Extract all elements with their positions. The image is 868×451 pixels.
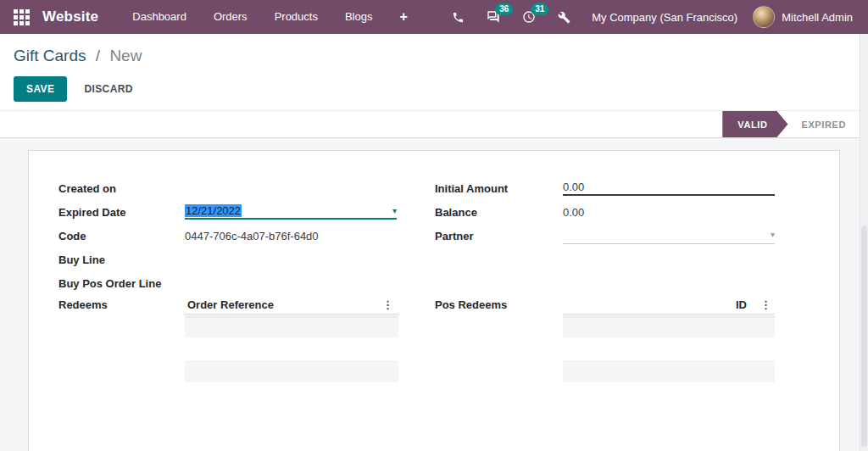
field-code: Code 0447-706c-4a07-b76f-64d0 bbox=[58, 224, 435, 248]
activities-clock-icon[interactable]: 31 bbox=[522, 10, 536, 24]
expired-date-label: Expired Date bbox=[58, 206, 185, 219]
field-balance: Balance 0.00 bbox=[435, 200, 777, 224]
optional-columns-kebab-icon[interactable]: ⋮ bbox=[760, 299, 771, 310]
nav-item-dashboard[interactable]: Dashboard bbox=[119, 0, 200, 34]
partner-dropdown-caret-icon[interactable]: ▾ bbox=[771, 231, 775, 239]
pos-redeems-row-placeholder bbox=[563, 315, 775, 337]
field-redeems: Redeems Order Reference ⋮ bbox=[58, 295, 435, 382]
field-buy-pos-order-line: Buy Pos Order Line bbox=[58, 271, 435, 295]
nav-item-blogs[interactable]: Blogs bbox=[331, 0, 387, 34]
initial-amount-input[interactable]: 0.00 bbox=[563, 181, 775, 196]
field-expired-date: Expired Date 12/21/2022 ▾ bbox=[58, 200, 435, 224]
redeems-label: Redeems bbox=[58, 295, 185, 315]
pos-redeems-table: ID ⋮ bbox=[563, 295, 775, 382]
status-valid[interactable]: VALID bbox=[722, 111, 787, 137]
balance-value: 0.00 bbox=[563, 206, 775, 219]
messages-badge: 36 bbox=[495, 3, 513, 15]
created-on-label: Created on bbox=[58, 182, 185, 195]
breadcrumb-current: New bbox=[109, 47, 142, 64]
save-button[interactable]: SAVE bbox=[14, 76, 67, 102]
balance-label: Balance bbox=[435, 206, 563, 219]
order-reference-column-header[interactable]: Order Reference bbox=[187, 298, 274, 311]
vertical-scrollbar[interactable] bbox=[860, 34, 868, 451]
expired-date-value: 12/21/2022 bbox=[185, 204, 242, 217]
form-view-background: Created on Expired Date 12/21/2022 ▾ Cod… bbox=[0, 138, 868, 451]
tools-wrench-icon[interactable] bbox=[558, 11, 570, 24]
buy-line-label: Buy Line bbox=[58, 253, 185, 266]
pos-redeems-label: Pos Redeems bbox=[435, 295, 563, 315]
phone-icon[interactable] bbox=[452, 11, 465, 24]
control-panel: Gift Cards / New SAVE DISCARD bbox=[0, 34, 868, 110]
partner-label: Partner bbox=[435, 230, 563, 242]
field-initial-amount: Initial Amount 0.00 bbox=[435, 176, 777, 200]
user-menu[interactable]: Mitchell Admin bbox=[782, 11, 853, 24]
redeems-row-placeholder bbox=[185, 360, 398, 382]
pos-redeems-row-gap bbox=[563, 337, 775, 359]
initial-amount-label: Initial Amount bbox=[435, 182, 563, 195]
new-content-plus-icon[interactable]: + bbox=[386, 9, 420, 25]
activities-badge: 31 bbox=[531, 3, 548, 15]
user-avatar[interactable] bbox=[753, 6, 775, 28]
field-pos-redeems: Pos Redeems ID ⋮ bbox=[435, 295, 777, 382]
breadcrumb-gift-cards[interactable]: Gift Cards bbox=[14, 47, 86, 64]
pos-redeems-row-placeholder bbox=[563, 360, 775, 382]
action-buttons: SAVE DISCARD bbox=[14, 76, 854, 102]
buy-pos-order-line-label: Buy Pos Order Line bbox=[58, 277, 185, 290]
discard-button[interactable]: DISCARD bbox=[84, 83, 132, 95]
pos-redeems-table-header: ID ⋮ bbox=[563, 295, 775, 315]
scrollbar-thumb[interactable] bbox=[861, 226, 867, 447]
status-expired[interactable]: EXPIRED bbox=[788, 111, 859, 137]
redeems-row-placeholder bbox=[185, 315, 398, 337]
field-partner: Partner ▾ bbox=[435, 224, 777, 248]
redeems-row-gap bbox=[185, 337, 398, 359]
field-created-on: Created on bbox=[58, 176, 435, 200]
top-navbar: Website Dashboard Orders Products Blogs … bbox=[0, 0, 868, 34]
company-switcher[interactable]: My Company (San Francisco) bbox=[592, 11, 737, 24]
app-brand[interactable]: Website bbox=[42, 8, 98, 25]
field-buy-line: Buy Line bbox=[58, 248, 435, 271]
apps-grid-icon[interactable] bbox=[14, 9, 30, 25]
redeems-table-header: Order Reference ⋮ bbox=[185, 295, 398, 315]
breadcrumb-separator: / bbox=[96, 47, 100, 64]
messages-icon[interactable]: 36 bbox=[487, 10, 500, 24]
redeems-table: Order Reference ⋮ bbox=[185, 295, 398, 382]
code-value: 0447-706c-4a07-b76f-64d0 bbox=[185, 230, 397, 242]
breadcrumb: Gift Cards / New bbox=[14, 46, 854, 66]
expired-date-input[interactable]: 12/21/2022 ▾ bbox=[185, 204, 397, 220]
code-label: Code bbox=[58, 230, 185, 242]
datepicker-caret-icon[interactable]: ▾ bbox=[392, 207, 397, 215]
form-sheet: Created on Expired Date 12/21/2022 ▾ Cod… bbox=[28, 150, 840, 451]
partner-input[interactable]: ▾ bbox=[563, 228, 775, 244]
nav-item-products[interactable]: Products bbox=[261, 0, 331, 34]
optional-columns-kebab-icon[interactable]: ⋮ bbox=[382, 299, 393, 310]
nav-item-orders[interactable]: Orders bbox=[200, 0, 261, 34]
statusbar: VALID EXPIRED bbox=[0, 110, 868, 138]
id-column-header[interactable]: ID bbox=[736, 298, 747, 311]
